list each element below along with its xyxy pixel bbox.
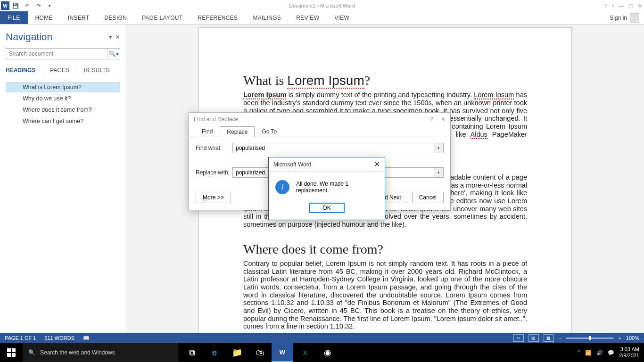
nav-heading-item[interactable]: Where can I get some?	[6, 116, 120, 126]
nav-headings-list: What is Lorem Ipsum? Why do we use it? W…	[6, 81, 120, 127]
replace-with-dropdown-icon[interactable]: ▾	[434, 167, 444, 178]
dialog-help-icon[interactable]: ?	[430, 116, 433, 123]
taskbar-search[interactable]: 🔍 Search the web and Windows	[23, 343, 178, 362]
fr-tab-find[interactable]: Find	[195, 126, 220, 137]
close-window-icon[interactable]: ✕	[638, 3, 642, 9]
windows-logo-icon	[7, 348, 16, 357]
find-replace-tabs: Find Replace Go To	[189, 126, 450, 137]
search-icon: 🔍	[28, 349, 35, 356]
nav-heading-item[interactable]: Where does it come from?	[6, 105, 120, 115]
divider	[79, 68, 79, 74]
tray-notifications-icon[interactable]: 💬	[608, 350, 614, 356]
navigation-title-text: Navigation	[6, 31, 52, 42]
message-box-text: All done. We made 1 replacement.	[296, 181, 378, 194]
ribbon-tabs: FILE HOME INSERT DESIGN PAGE LAYOUT REFE…	[0, 11, 644, 25]
svg-rect-2	[7, 353, 11, 357]
sign-in-label: Sign in	[610, 15, 627, 21]
svg-rect-1	[12, 348, 16, 352]
ok-button[interactable]: OK	[309, 203, 345, 213]
dialog-close-icon[interactable]: ✕	[441, 116, 446, 123]
start-button[interactable]	[0, 343, 23, 362]
view-read-mode-icon[interactable]: ▭	[513, 334, 524, 342]
tab-home[interactable]: HOME	[28, 11, 60, 24]
tab-design[interactable]: DESIGN	[97, 11, 134, 24]
title-bar: W 💾 ↶ ↷ ▾ Document1 - Microsoft Word ? ▫…	[0, 0, 644, 11]
find-what-input[interactable]	[232, 143, 434, 153]
tab-mailings[interactable]: MAILINGS	[245, 11, 289, 24]
tab-insert[interactable]: INSERT	[60, 11, 97, 24]
more-button[interactable]: MMore >>ore >>	[196, 192, 231, 203]
search-icon[interactable]: 🔍▾	[107, 49, 120, 59]
status-proofing-icon[interactable]: 📖	[83, 335, 90, 341]
document-title: Document1 - Microsoft Word	[289, 3, 355, 8]
nav-search-input[interactable]	[6, 49, 107, 59]
minimize-icon[interactable]: —	[619, 3, 624, 9]
find-replace-titlebar[interactable]: Find and Replace ? ✕	[189, 113, 450, 126]
message-box-close-icon[interactable]: ✕	[374, 160, 380, 169]
save-icon[interactable]: 💾	[10, 0, 21, 11]
taskbar-word-icon[interactable]: W	[272, 343, 293, 362]
taskbar-file-explorer-icon[interactable]: 📁	[226, 343, 248, 362]
replace-with-label: Replace with:	[196, 169, 232, 176]
avatar-icon	[630, 13, 639, 23]
restore-icon[interactable]: ▢	[628, 3, 633, 9]
nav-tab-headings[interactable]: HEADINGS	[6, 66, 40, 76]
navigation-pane: Navigation ▾ ✕ 🔍▾ HEADINGS PAGES RESULTS…	[0, 25, 126, 333]
divider	[45, 68, 45, 74]
doc-paragraph: Contrary to popular belief, Lorem Ipsum …	[243, 260, 527, 330]
cancel-button[interactable]: Cancel	[412, 192, 444, 203]
tray-clock[interactable]: 3:03 AM 2/9/2021	[619, 346, 639, 359]
tab-page-layout[interactable]: PAGE LAYOUT	[134, 11, 190, 24]
nav-heading-item[interactable]: Why do we use it?	[6, 93, 120, 104]
nav-heading-item[interactable]: What is Lorem Ipsum?	[6, 82, 120, 92]
message-box-titlebar[interactable]: Microsoft Word ✕	[269, 157, 385, 172]
fr-tab-replace[interactable]: Replace	[220, 126, 255, 137]
tray-volume-icon[interactable]: 🔊	[596, 350, 603, 356]
tab-view[interactable]: VIEW	[327, 11, 357, 24]
message-box: Microsoft Word ✕ i All done. We made 1 r…	[268, 157, 385, 220]
taskbar-chrome-icon[interactable]: ◉	[317, 343, 339, 362]
find-what-label: Find what:	[196, 145, 232, 151]
tray-time: 3:03 AM	[619, 346, 639, 353]
windows-taskbar: 🔍 Search the web and Windows ⧉ e 📁 🛍 W X…	[0, 343, 644, 362]
redo-icon[interactable]: ↷	[33, 0, 43, 11]
zoom-in-icon[interactable]: +	[618, 335, 621, 341]
navigation-title: Navigation ▾ ✕	[6, 31, 120, 42]
tray-chevron-up-icon[interactable]: ˄	[578, 350, 580, 356]
taskbar-store-icon[interactable]: 🛍	[249, 343, 271, 362]
undo-icon[interactable]: ↶	[22, 0, 32, 11]
view-print-layout-icon[interactable]: ▤	[528, 334, 539, 342]
quick-access-toolbar: W 💾 ↶ ↷ ▾	[0, 0, 55, 11]
tab-review[interactable]: REVIEW	[289, 11, 327, 24]
fr-tab-goto[interactable]: Go To	[255, 126, 284, 137]
tray-network-icon[interactable]: 📶	[585, 350, 592, 356]
zoom-out-icon[interactable]: −	[559, 335, 561, 341]
help-icon[interactable]: ?	[604, 3, 607, 9]
status-page[interactable]: PAGE 1 OF 1	[5, 335, 36, 341]
nav-tab-pages[interactable]: PAGES	[50, 66, 74, 76]
svg-rect-3	[12, 353, 16, 357]
nav-task-dropdown-icon[interactable]: ▾	[109, 33, 112, 41]
taskbar-excel-icon[interactable]: X	[294, 343, 316, 362]
nav-tabs: HEADINGS PAGES RESULTS	[6, 66, 120, 76]
message-box-title: Microsoft Word	[273, 161, 311, 168]
sign-in[interactable]: Sign in	[610, 11, 644, 24]
zoom-level[interactable]: 100%	[626, 335, 639, 341]
nav-close-icon[interactable]: ✕	[115, 33, 120, 41]
taskbar-edge-icon[interactable]: e	[204, 343, 225, 362]
tray-date: 2/9/2021	[619, 353, 639, 359]
info-icon: i	[275, 180, 289, 194]
tab-references[interactable]: REFERENCES	[190, 11, 245, 24]
nav-tab-results[interactable]: RESULTS	[84, 66, 114, 76]
task-view-icon[interactable]: ⧉	[181, 343, 203, 362]
tab-file[interactable]: FILE	[0, 11, 28, 24]
view-web-layout-icon[interactable]: ▦	[544, 334, 554, 342]
find-what-dropdown-icon[interactable]: ▾	[434, 143, 444, 153]
taskbar-search-placeholder: Search the web and Windows	[40, 349, 115, 356]
ribbon-display-icon[interactable]: ▫	[612, 3, 614, 9]
status-word-count[interactable]: 511 WORDS	[44, 335, 74, 341]
find-replace-title: Find and Replace	[194, 116, 238, 123]
word-app-icon[interactable]: W	[1, 1, 9, 10]
zoom-slider[interactable]	[566, 337, 613, 339]
qat-customize-icon[interactable]: ▾	[44, 0, 55, 11]
